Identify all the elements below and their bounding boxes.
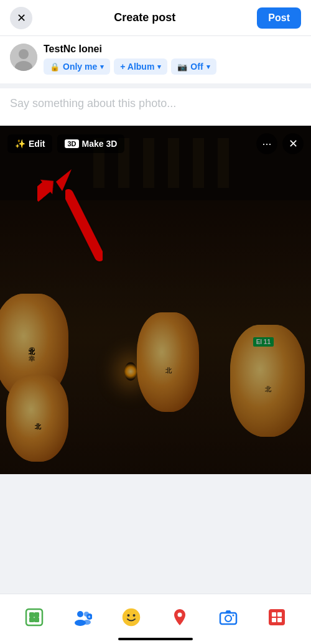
emoji-button[interactable] [118, 604, 145, 631]
lantern-center: 北 [137, 312, 199, 412]
wand-icon: ✨ [15, 139, 26, 149]
ellipsis-icon: ··· [262, 138, 271, 151]
header: ✕ Create post Post [0, 0, 311, 36]
svg-text:+: + [88, 614, 91, 620]
camera-button[interactable] [215, 604, 242, 631]
post-button[interactable]: Post [257, 7, 301, 29]
svg-point-19 [128, 614, 130, 617]
emoji-icon [122, 608, 141, 627]
svg-rect-7 [29, 612, 34, 617]
svg-rect-6 [26, 609, 42, 625]
edit-label: Edit [29, 139, 45, 149]
svg-point-24 [233, 615, 234, 617]
svg-rect-28 [272, 618, 276, 622]
svg-rect-8 [34, 612, 39, 617]
page-title: Create post [114, 11, 175, 24]
privacy-button[interactable]: 🔒 Only me ▾ [44, 58, 110, 75]
camera-icon [219, 608, 238, 627]
user-info: TestNc Ionei 🔒 Only me ▾ + Album ▾ 📷 Off… [44, 44, 216, 75]
instagram-label: Off [190, 62, 203, 72]
svg-rect-22 [220, 613, 236, 624]
gallery-icon [25, 608, 44, 627]
close-icon: ✕ [289, 137, 298, 151]
chevron-down-icon: ▾ [157, 63, 161, 71]
photo-overlay-controls: ✨ Edit 3D Make 3D ··· ✕ [0, 133, 311, 154]
svg-point-21 [178, 613, 182, 617]
instagram-icon: 📷 [177, 62, 187, 72]
svg-point-18 [123, 609, 139, 625]
svg-rect-29 [277, 618, 282, 622]
toolbar-icons: + [0, 594, 311, 638]
people-icon: + [73, 608, 92, 627]
exit-sign: EI 11 [253, 337, 274, 347]
grid-icon [267, 608, 286, 627]
user-badges: 🔒 Only me ▾ + Album ▾ 📷 Off ▾ [44, 58, 216, 75]
wall-light [124, 362, 137, 381]
3d-badge: 3D [65, 139, 78, 148]
lantern-text: 北北北の幸 [28, 343, 34, 350]
photo-container: 北北北の幸 北北 北 北 EI 11 [0, 126, 311, 474]
svg-point-14 [83, 620, 91, 625]
photo-overlay-right: ··· ✕ [256, 133, 304, 154]
gallery-button[interactable] [21, 604, 48, 631]
photo-background: 北北北の幸 北北 北 北 EI 11 [0, 126, 311, 474]
instagram-button[interactable]: 📷 Off ▾ [171, 58, 216, 75]
caption-area[interactable]: Say something about this photo... [0, 88, 311, 126]
privacy-label: Only me [63, 62, 97, 72]
location-button[interactable] [166, 604, 193, 631]
chevron-down-icon: ▾ [207, 63, 210, 71]
svg-point-20 [133, 614, 136, 617]
avatar [10, 44, 37, 71]
make3d-label: Make 3D [82, 139, 118, 149]
svg-point-11 [77, 611, 83, 617]
chevron-down-icon: ▾ [100, 63, 104, 71]
caption-placeholder: Say something about this photo... [10, 97, 176, 110]
edit-button[interactable]: ✨ Edit [7, 134, 52, 153]
bottom-toolbar: + [0, 594, 311, 644]
svg-rect-10 [34, 617, 39, 622]
svg-rect-25 [269, 609, 285, 625]
user-section: TestNc Ionei 🔒 Only me ▾ + Album ▾ 📷 Off… [0, 36, 311, 88]
tag-people-button[interactable]: + [69, 604, 96, 631]
grid-button[interactable] [263, 604, 290, 631]
album-button[interactable]: + Album ▾ [114, 58, 167, 75]
location-icon [170, 608, 189, 627]
album-label: + Album [120, 62, 154, 72]
lantern-left-small: 北北 [6, 375, 68, 462]
user-name: TestNc Ionei [44, 44, 216, 55]
svg-rect-27 [277, 612, 282, 617]
photo-close-button[interactable]: ✕ [282, 133, 304, 154]
make3d-button[interactable]: 3D Make 3D [57, 134, 124, 153]
more-options-button[interactable]: ··· [256, 133, 277, 154]
close-button[interactable]: ✕ [10, 7, 32, 29]
photo-overlay-left: ✨ Edit 3D Make 3D [7, 134, 124, 153]
svg-rect-26 [272, 612, 276, 617]
svg-point-23 [225, 615, 231, 622]
lock-icon: 🔒 [50, 62, 60, 72]
svg-rect-9 [29, 617, 34, 622]
svg-point-1 [19, 49, 29, 59]
home-indicator [118, 638, 193, 640]
